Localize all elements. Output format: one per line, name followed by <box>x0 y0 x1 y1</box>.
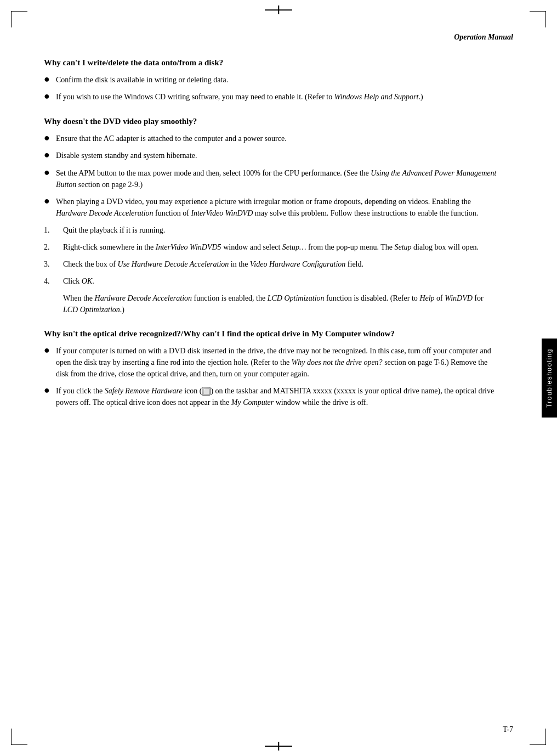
italic-text: Help <box>419 294 434 302</box>
list-item-text: If your computer is turned on with a DVD… <box>56 345 497 380</box>
italic-text: InterVideo WinDVD <box>191 209 253 217</box>
bullet-icon: ● <box>44 195 56 207</box>
list-item: 1. Quit the playback if it is running. <box>44 224 497 236</box>
italic-text: InterVideo WinDVD5 <box>156 243 221 251</box>
section-optical-drive: Why isn't the optical drive recognized?/… <box>44 329 497 408</box>
list-item-text: Set the APM button to the max power mode… <box>56 167 497 190</box>
list-item-text: Ensure that the AC adapter is attached t… <box>56 133 497 144</box>
list-item: ● If you click the Safely Remove Hardwar… <box>44 385 497 408</box>
optical-drive-bullet-list: ● If your computer is turned on with a D… <box>44 345 497 408</box>
corner-mark-top-left <box>11 11 27 27</box>
list-item-text: If you click the Safely Remove Hardware … <box>56 385 497 408</box>
list-item-text: Disable system standby and system hibern… <box>56 150 497 161</box>
dvd-smooth-numbered-list: 1. Quit the playback if it is running. 2… <box>44 224 497 287</box>
corner-mark-bottom-left <box>11 729 27 745</box>
list-item-text: Click OK. <box>63 275 497 287</box>
list-item: ● Ensure that the AC adapter is attached… <box>44 133 497 144</box>
corner-mark-bottom-right <box>530 729 546 745</box>
bullet-icon: ● <box>44 132 56 144</box>
list-number: 2. <box>44 241 63 253</box>
list-item: ● Set the APM button to the max power mo… <box>44 167 497 190</box>
bullet-icon: ● <box>44 90 56 103</box>
italic-text: Hardware Decode Acceleration <box>56 209 154 217</box>
list-item: 2. Right-click somewhere in the InterVid… <box>44 241 497 253</box>
write-delete-bullet-list: ● Confirm the disk is available in writi… <box>44 74 497 103</box>
section-dvd-smooth: Why doesn't the DVD video play smoothly?… <box>44 117 497 315</box>
hardware-icon: ⬜ <box>202 387 211 396</box>
section-write-delete: Why can't I write/delete the data onto/f… <box>44 58 497 103</box>
italic-text: Setup… <box>282 243 306 251</box>
list-item-text: Check the box of Use Hardware Decode Acc… <box>63 258 497 270</box>
list-item: ● If you wish to use the Windows CD writ… <box>44 91 497 103</box>
header-title: Operation Manual <box>454 33 513 41</box>
bullet-icon: ● <box>44 73 56 86</box>
section-write-delete-heading: Why can't I write/delete the data onto/f… <box>44 58 497 67</box>
troubleshooting-tab: Troubleshooting <box>542 338 557 418</box>
list-number: 4. <box>44 275 63 287</box>
italic-text: Why does not the drive open? <box>292 358 383 366</box>
italic-text: LCD Optimization <box>268 294 325 302</box>
italic-text: Use Hardware Decode Acceleration <box>118 260 229 268</box>
italic-text: WinDVD <box>445 294 473 302</box>
italic-text: Video Hardware Configuration <box>250 260 345 268</box>
list-item-text: If you wish to use the Windows CD writin… <box>56 91 497 103</box>
list-item-text: Confirm the disk is available in writing… <box>56 74 497 86</box>
bullet-icon: ● <box>44 344 56 357</box>
main-content: Why can't I write/delete the data onto/f… <box>44 58 513 408</box>
italic-text: Safely Remove Hardware <box>105 387 183 395</box>
indented-note: When the Hardware Decode Acceleration fu… <box>63 292 497 315</box>
page-container: Troubleshooting Operation Manual Why can… <box>0 0 557 756</box>
italic-text: Using the Advanced Power Management Butt… <box>56 169 496 189</box>
page-number: T-7 <box>503 725 513 734</box>
bullet-icon: ● <box>44 149 56 161</box>
list-item: ● Confirm the disk is available in writi… <box>44 74 497 86</box>
page-header: Operation Manual <box>44 33 513 44</box>
bottom-registration-mark <box>265 742 292 751</box>
list-item: 3. Check the box of Use Hardware Decode … <box>44 258 497 270</box>
italic-text: LCD Optimization <box>63 306 120 314</box>
list-item: ● If your computer is turned on with a D… <box>44 345 497 380</box>
dvd-smooth-bullet-list: ● Ensure that the AC adapter is attached… <box>44 133 497 219</box>
top-registration-mark <box>265 5 292 14</box>
bullet-icon: ● <box>44 166 56 179</box>
list-item: ● Disable system standby and system hibe… <box>44 150 497 161</box>
list-item: ● When playing a DVD video, you may expe… <box>44 196 497 219</box>
italic-text: OK <box>82 277 92 285</box>
list-item: 4. Click OK. <box>44 275 497 287</box>
italic-text: My Computer <box>231 398 274 407</box>
page-footer: T-7 <box>503 725 513 734</box>
bullet-icon: ● <box>44 384 56 397</box>
italic-text: Hardware Decode Acceleration <box>95 294 192 302</box>
list-item-text: When playing a DVD video, you may experi… <box>56 196 497 219</box>
section-optical-drive-heading: Why isn't the optical drive recognized?/… <box>44 329 497 338</box>
corner-mark-top-right <box>530 11 546 27</box>
italic-text: Windows Help and Support <box>334 93 419 101</box>
list-number: 3. <box>44 258 63 270</box>
italic-text: Setup <box>395 243 412 251</box>
list-item-text: Quit the playback if it is running. <box>63 224 497 236</box>
section-dvd-smooth-heading: Why doesn't the DVD video play smoothly? <box>44 117 497 126</box>
list-item-text: Right-click somewhere in the InterVideo … <box>63 241 497 253</box>
list-number: 1. <box>44 224 63 236</box>
